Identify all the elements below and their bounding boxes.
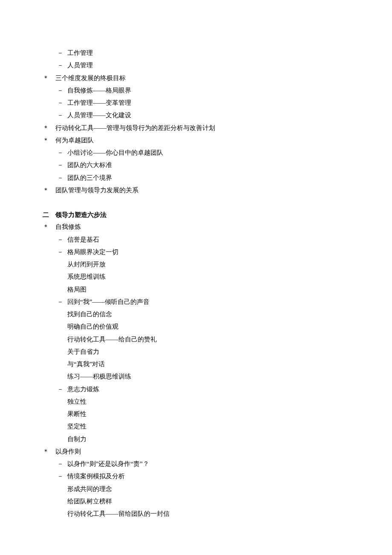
list-item-text: 练习——积极思维训练 [67, 373, 131, 380]
list-item-text: 团队的三个境界 [67, 174, 112, 181]
list-item-text: 与“真我”对话 [67, 361, 105, 367]
list-item-text: 行动转化工具——管理与领导行为的差距分析与改善计划 [55, 124, 215, 131]
list-item: 小组讨论——你心目中的卓越团队 [43, 147, 349, 159]
list-item: 工作管理 [43, 47, 349, 59]
list-item-text: 从封闭到开放 [67, 261, 106, 268]
list-item-text: 给团队树立榜样 [67, 498, 112, 505]
list-item: 人员管理 [43, 59, 349, 72]
list-item: 自我修炼 [43, 221, 349, 233]
list-item-text: 独立性 [67, 398, 86, 405]
list-item: 以身作则 [43, 445, 349, 458]
list-item-text: 回到“我”——倾听自己的声音 [67, 298, 150, 305]
list-item: 格局图 [43, 283, 349, 296]
section-2-heading: 二 领导力塑造六步法 [43, 208, 349, 221]
list-item-text: 找到自己的信念 [67, 311, 112, 318]
list-item-text: 行动转化工具——留给团队的一封信 [67, 510, 170, 517]
list-item-text: 情境案例模拟及分析 [67, 473, 125, 480]
section-2-list: 自我修炼信誉是基石格局眼界决定一切从封闭到开放系统思维训练格局图回到“我”——倾… [43, 221, 349, 520]
list-item-text: 果断性 [67, 410, 86, 417]
list-item: 独立性 [43, 396, 349, 408]
list-item-text: 以身作则 [55, 448, 81, 455]
list-item: 工作管理——变革管理 [43, 97, 349, 109]
list-item-text: 小组讨论——你心目中的卓越团队 [67, 149, 163, 156]
list-item-text: 意志力锻炼 [67, 386, 99, 393]
list-item: 团队管理与领导力发展的关系 [43, 184, 349, 197]
list-item: 自制力 [43, 433, 349, 445]
list-item-text: 信誉是基石 [67, 236, 99, 243]
list-item-text: 格局眼界决定一切 [67, 249, 118, 255]
list-item-text: 自我修炼——格局眼界 [67, 87, 131, 94]
list-item: 格局眼界决定一切 [43, 246, 349, 258]
list-item-text: 格局图 [67, 286, 86, 293]
list-item: 以身作“则”还是以身作“责”？ [43, 458, 349, 470]
list-item: 从封闭到开放 [43, 258, 349, 271]
list-item: 关于自省力 [43, 346, 349, 358]
list-item: 人员管理——文化建设 [43, 109, 349, 121]
list-item-text: 关于自省力 [67, 348, 99, 355]
list-item-text: 以身作“则”还是以身作“责”？ [67, 460, 149, 467]
list-item: 意志力锻炼 [43, 383, 349, 396]
list-item: 坚定性 [43, 420, 349, 433]
list-item: 三个维度发展的终极目标 [43, 72, 349, 84]
list-item-text: 坚定性 [67, 423, 86, 430]
list-item: 找到自己的信念 [43, 308, 349, 321]
list-item-text: 工作管理——变革管理 [67, 99, 131, 106]
list-item-text: 何为卓越团队 [55, 137, 94, 144]
list-item: 团队的六大标准 [43, 159, 349, 171]
list-item-text: 人员管理——文化建设 [67, 112, 131, 119]
list-item-text: 工作管理 [67, 49, 93, 56]
list-item-text: 团队的六大标准 [67, 162, 112, 168]
list-item: 明确自己的价值观 [43, 321, 349, 333]
list-item: 回到“我”——倾听自己的声音 [43, 296, 349, 308]
list-item: 给团队树立榜样 [43, 495, 349, 508]
list-item: 果断性 [43, 408, 349, 420]
list-item-text: 系统思维训练 [67, 273, 106, 280]
list-item-text: 自制力 [67, 436, 86, 442]
list-item: 行动转化工具——留给团队的一封信 [43, 508, 349, 520]
list-item-text: 行动转化工具——给自己的赞礼 [67, 336, 157, 343]
list-item: 练习——积极思维训练 [43, 370, 349, 383]
list-item: 行动转化工具——管理与领导行为的差距分析与改善计划 [43, 122, 349, 134]
list-item-text: 形成共同的理念 [67, 486, 112, 492]
list-item-text: 明确自己的价值观 [67, 323, 118, 330]
list-item: 与“真我”对话 [43, 358, 349, 370]
list-item: 自我修炼——格局眼界 [43, 84, 349, 97]
list-item: 团队的三个境界 [43, 172, 349, 184]
list-item-text: 人员管理 [67, 62, 93, 69]
list-item: 系统思维训练 [43, 271, 349, 283]
list-item-text: 团队管理与领导力发展的关系 [55, 187, 138, 194]
list-item: 行动转化工具——给自己的赞礼 [43, 333, 349, 346]
list-item: 信誉是基石 [43, 234, 349, 246]
list-item: 何为卓越团队 [43, 134, 349, 147]
section-1-list: 工作管理人员管理三个维度发展的终极目标自我修炼——格局眼界工作管理——变革管理人… [43, 47, 349, 197]
list-item: 情境案例模拟及分析 [43, 470, 349, 483]
list-item-text: 自我修炼 [55, 223, 81, 230]
list-item-text: 三个维度发展的终极目标 [55, 75, 126, 81]
list-item: 形成共同的理念 [43, 483, 349, 495]
